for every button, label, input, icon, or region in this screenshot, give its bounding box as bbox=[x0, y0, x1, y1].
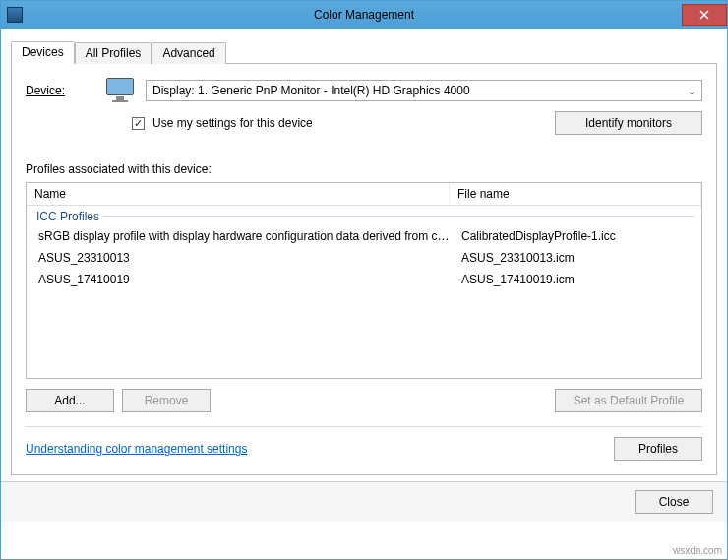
tab-advanced[interactable]: Advanced bbox=[152, 42, 225, 64]
use-my-settings-checkbox[interactable] bbox=[132, 117, 145, 130]
close-icon bbox=[699, 10, 709, 20]
device-dropdown[interactable]: Display: 1. Generic PnP Monitor - Intel(… bbox=[146, 80, 702, 101]
title-bar: Color Management bbox=[1, 1, 727, 29]
device-label: Device: bbox=[26, 84, 94, 97]
list-item[interactable]: ASUS_17410019 ASUS_17410019.icm bbox=[27, 269, 701, 290]
use-my-settings-label: Use my settings for this device bbox=[152, 116, 313, 130]
row-name: sRGB display profile with display hardwa… bbox=[34, 227, 457, 245]
column-file[interactable]: File name bbox=[450, 183, 701, 205]
device-selected-text: Display: 1. Generic PnP Monitor - Intel(… bbox=[152, 84, 470, 97]
window-title: Color Management bbox=[1, 8, 727, 22]
divider bbox=[26, 426, 702, 427]
tab-panel-devices: Device: Display: 1. Generic PnP Monitor … bbox=[11, 64, 717, 475]
profiles-listview[interactable]: Name File name ICC Profiles sRGB display… bbox=[26, 182, 702, 379]
row-file: ASUS_23310013.icm bbox=[457, 249, 694, 267]
row-name: ASUS_17410019 bbox=[34, 271, 457, 288]
list-item[interactable]: sRGB display profile with display hardwa… bbox=[27, 225, 701, 247]
column-name[interactable]: Name bbox=[27, 183, 450, 205]
understanding-link[interactable]: Understanding color management settings bbox=[26, 442, 247, 456]
tab-devices[interactable]: Devices bbox=[11, 41, 75, 64]
row-file: CalibratedDisplayProfile-1.icc bbox=[457, 227, 694, 245]
profiles-button[interactable]: Profiles bbox=[614, 437, 702, 461]
tab-strip: Devices All Profiles Advanced bbox=[11, 40, 717, 64]
list-item[interactable]: ASUS_23310013 ASUS_23310013.icm bbox=[27, 247, 701, 269]
row-name: ASUS_23310013 bbox=[34, 249, 457, 267]
add-button[interactable]: Add... bbox=[26, 389, 114, 412]
tab-all-profiles[interactable]: All Profiles bbox=[75, 42, 152, 64]
remove-button[interactable]: Remove bbox=[122, 389, 211, 412]
listview-group-icc: ICC Profiles bbox=[27, 206, 701, 225]
chevron-down-icon: ⌄ bbox=[688, 86, 696, 96]
monitor-icon bbox=[104, 78, 136, 103]
profiles-header-label: Profiles associated with this device: bbox=[26, 162, 702, 176]
identify-monitors-button[interactable]: Identify monitors bbox=[555, 111, 702, 135]
row-file: ASUS_17410019.icm bbox=[457, 271, 694, 288]
system-icon bbox=[7, 7, 23, 23]
watermark: wsxdn.com bbox=[673, 545, 722, 556]
listview-header: Name File name bbox=[27, 183, 701, 206]
close-window-button[interactable] bbox=[682, 4, 727, 26]
close-button[interactable]: Close bbox=[635, 490, 713, 514]
dialog-button-bar: Close bbox=[1, 481, 727, 522]
set-default-button[interactable]: Set as Default Profile bbox=[555, 389, 702, 412]
